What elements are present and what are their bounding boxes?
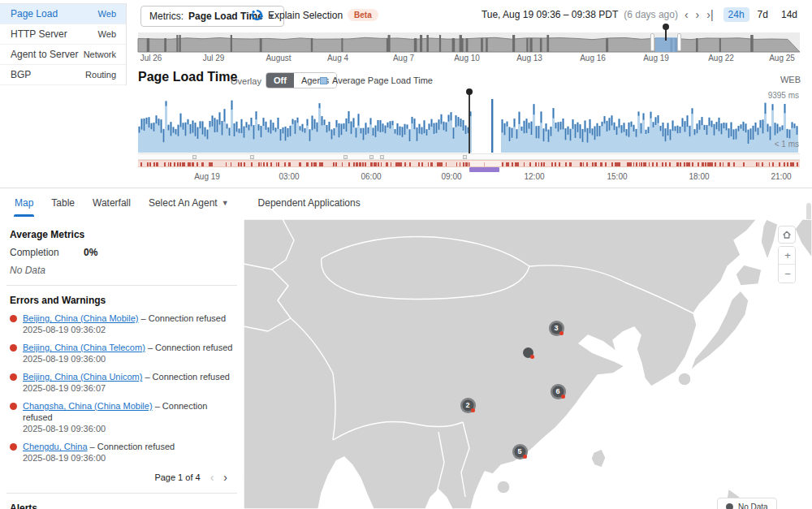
alert-tick [662, 162, 663, 166]
overlay-off-button[interactable]: Off [266, 73, 294, 88]
selection-handle-left[interactable] [650, 33, 654, 51]
alert-tick [543, 162, 545, 166]
page-next-icon[interactable]: › [223, 471, 227, 484]
metric-sidebar: Page LoadWebHTTP ServerWebAgent to Serve… [0, 3, 127, 85]
agent-cluster-marker[interactable]: 3 [549, 321, 564, 336]
event-marker[interactable] [369, 155, 374, 159]
agents-map[interactable]: 3625 + − No Data [244, 219, 812, 509]
alert-tick [656, 162, 658, 166]
date-range-bar: Tue, Aug 19 09:36 – 09:38 PDT (6 days ag… [482, 7, 802, 22]
tab-waterfall[interactable]: Waterfall [84, 188, 140, 217]
agent-marker[interactable] [523, 347, 533, 358]
alert-tick [365, 162, 366, 166]
alert-tick [601, 162, 603, 166]
event-marker[interactable] [343, 155, 348, 159]
overview-series [138, 32, 800, 52]
alert-tick [179, 162, 181, 166]
completion-value: 0% [84, 247, 97, 258]
alert-tick [456, 162, 458, 166]
alert-tick [348, 162, 350, 166]
alert-tick [512, 162, 513, 166]
error-agent-link[interactable]: Chengdu, China [23, 442, 88, 451]
map-home-button[interactable] [778, 226, 796, 244]
overview-timeline[interactable] [138, 32, 800, 52]
alert-tick [342, 162, 343, 166]
x-axis-tick: 06:00 [361, 172, 381, 181]
error-agent-link[interactable]: Beijing, China (China Unicom) [23, 372, 142, 382]
error-agent-link[interactable]: Changsha, China (China Mobile) [23, 401, 153, 411]
alert-tick [371, 162, 373, 166]
range-7d[interactable]: 7d [753, 7, 773, 22]
agent-cluster-marker[interactable]: 5 [512, 444, 528, 459]
alert-tick [356, 162, 357, 166]
alert-tick [409, 162, 411, 166]
sidebar-item-bgp[interactable]: BGPRouting [0, 65, 126, 85]
event-marker[interactable] [463, 155, 467, 159]
timeline-pin[interactable] [663, 24, 669, 30]
alert-tick [517, 162, 519, 166]
alert-tick [171, 162, 172, 166]
alert-timeline-strip[interactable] [138, 160, 800, 167]
range-14d[interactable]: 14d [776, 7, 802, 22]
alert-tick [779, 162, 780, 166]
alert-tick [583, 162, 585, 166]
tab-select-an-agent[interactable]: Select An Agent▼ [140, 188, 238, 217]
tab-map[interactable]: Map [6, 188, 42, 217]
error-agent-link[interactable]: Beijing, China (China Telecom) [23, 343, 145, 352]
zoom-out-button[interactable]: − [779, 265, 796, 283]
tab-dependent-applications[interactable]: Dependent Applications [249, 188, 369, 217]
marker-error-dot [523, 455, 527, 459]
alert-tick [441, 162, 443, 166]
map-controls: + − [778, 226, 796, 283]
event-marker[interactable] [250, 155, 254, 159]
average-metrics-title: Average Metrics [10, 229, 234, 240]
alert-tick [565, 162, 567, 166]
error-timestamp: 2025-08-19 09:36:00 [23, 452, 175, 464]
alert-tick [686, 162, 688, 166]
tab-table[interactable]: Table [42, 188, 84, 217]
alert-tick [240, 162, 242, 166]
alert-tick [395, 162, 397, 166]
marker-error-dot [471, 408, 475, 412]
alert-tick [743, 162, 745, 166]
alert-tick [263, 162, 265, 166]
event-marker[interactable] [380, 155, 384, 159]
zoom-in-button[interactable]: + [779, 247, 796, 265]
chart-pin[interactable] [466, 88, 473, 95]
range-24h[interactable]: 24h [723, 7, 749, 22]
alert-tick [719, 162, 721, 166]
alert-tick [769, 162, 771, 166]
explain-selection-button[interactable]: Explain Selection Beta [251, 9, 378, 21]
selection-handle-right[interactable] [677, 33, 681, 51]
alert-tick [723, 162, 724, 166]
agent-cluster-marker[interactable]: 2 [460, 398, 476, 413]
sidebar-item-page-load[interactable]: Page LoadWeb [0, 4, 126, 24]
alert-tick [140, 162, 142, 166]
timeline-pin-stem [665, 29, 667, 41]
alert-tick [430, 162, 432, 166]
page-prev-icon[interactable]: ‹ [210, 471, 214, 484]
tab-label: Waterfall [93, 197, 131, 209]
error-message: – Connection refused [138, 313, 226, 323]
event-marker-strip[interactable] [138, 153, 800, 160]
sidebar-item-agent-to-server[interactable]: Agent to ServerNetwork [0, 45, 126, 65]
zoom-out-icon: − [784, 268, 791, 280]
alert-tick [359, 162, 361, 166]
sidebar-item-http-server[interactable]: HTTP ServerWeb [0, 24, 126, 45]
alert-tick [148, 162, 149, 166]
agent-cluster-marker[interactable]: 6 [551, 384, 566, 399]
overview-date-tick: Aug 25 [769, 54, 795, 63]
alert-tick [244, 162, 246, 166]
alert-tick [538, 162, 540, 166]
alert-tick [284, 162, 286, 166]
alert-tick [276, 162, 278, 166]
next-window-icon[interactable]: › [695, 9, 701, 20]
alert-tick [467, 162, 469, 166]
latest-window-icon[interactable]: ›| [706, 9, 714, 20]
alert-tick [238, 162, 240, 166]
prev-window-icon[interactable]: ‹ [684, 9, 689, 20]
alert-tick [201, 162, 203, 166]
error-agent-link[interactable]: Beijing, China (China Mobile) [23, 313, 138, 323]
event-marker[interactable] [192, 155, 197, 159]
alert-tick [508, 162, 509, 166]
